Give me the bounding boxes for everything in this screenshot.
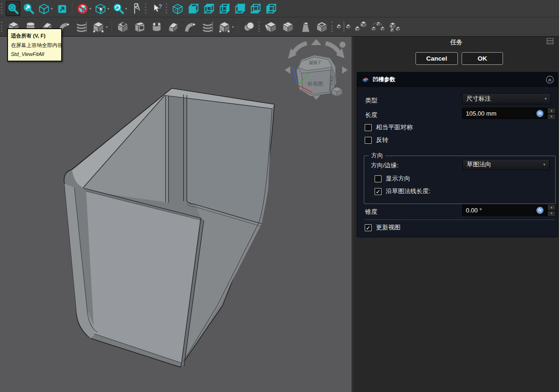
length-value: 105.00 mm bbox=[466, 110, 496, 117]
nav-arrow-up[interactable] bbox=[311, 39, 321, 45]
float-panel-button[interactable] bbox=[547, 38, 553, 44]
toolbar-grip[interactable] bbox=[258, 22, 261, 32]
toolbar-separator bbox=[72, 2, 72, 15]
standard-views-dropdown[interactable]: ▾ bbox=[37, 1, 54, 16]
subtractive-primitive-dropdown[interactable]: ▾ bbox=[216, 19, 235, 34]
update-view-checkbox-row[interactable]: ✓ 更新视图 bbox=[365, 223, 400, 232]
toolbar-grip[interactable] bbox=[1, 22, 3, 32]
type-combobox[interactable]: 尺寸标注 ▾ bbox=[462, 93, 551, 104]
nav-cube-top-label[interactable]: 上视图 bbox=[309, 60, 322, 65]
show-direction-checkbox-row[interactable]: 显示方向 bbox=[375, 174, 410, 183]
cube-cursor-icon bbox=[94, 2, 107, 15]
boolean-button[interactable] bbox=[241, 19, 257, 34]
pocket-parameters-header[interactable]: 凹槽参数 bbox=[357, 72, 558, 87]
fit-selection-button[interactable] bbox=[21, 1, 36, 16]
along-normal-checkbox-row[interactable]: ✓ 沿草图法线长度: bbox=[375, 187, 431, 196]
view-top-button[interactable] bbox=[201, 1, 216, 16]
draft-icon bbox=[298, 20, 312, 34]
fit-all-button[interactable] bbox=[6, 1, 20, 16]
nav-arrow-left[interactable] bbox=[285, 66, 290, 74]
cancel-button[interactable]: Cancel bbox=[415, 52, 458, 65]
mag-fit-icon bbox=[7, 2, 19, 15]
sphere-icon bbox=[242, 20, 256, 34]
chevron-down-icon[interactable]: ▾ bbox=[125, 7, 127, 11]
toolbar-grip[interactable] bbox=[331, 22, 334, 32]
linear-pattern-button[interactable] bbox=[353, 19, 369, 34]
collapse-section-button[interactable] bbox=[546, 76, 554, 84]
measure-tool-button[interactable] bbox=[129, 1, 144, 16]
direction-combobox[interactable]: 草图法向 ▾ bbox=[463, 159, 550, 170]
prim-icon bbox=[217, 20, 232, 34]
nav-rotate-cw-arrow[interactable] bbox=[326, 43, 340, 54]
draw-style-dropdown[interactable]: ▾ bbox=[75, 1, 92, 16]
additive-primitive-dropdown[interactable]: ▾ bbox=[90, 19, 109, 34]
groove-icon bbox=[150, 20, 164, 34]
toolbar-grip[interactable] bbox=[145, 3, 147, 14]
linear-icon bbox=[354, 20, 368, 34]
expression-icon[interactable]: fx bbox=[536, 207, 543, 214]
sync-view-button[interactable] bbox=[55, 1, 69, 16]
subtractive-helix-button[interactable] bbox=[200, 19, 216, 34]
subtractive-loft-button[interactable] bbox=[166, 19, 182, 34]
thickness-button[interactable] bbox=[314, 19, 330, 34]
multitransform-button[interactable] bbox=[387, 19, 403, 34]
spin-down-button[interactable]: ▼ bbox=[547, 114, 556, 120]
length-spinbox[interactable]: 105.00 mm fx ▲ ▼ bbox=[462, 108, 556, 119]
nav-rotate-ccw-arrow[interactable] bbox=[293, 43, 307, 54]
pocket-model[interactable] bbox=[64, 88, 274, 367]
hole-button[interactable] bbox=[132, 19, 148, 34]
tooltip-command: Std_ViewFitAll bbox=[11, 50, 58, 58]
update-view-checkbox[interactable]: ✓ bbox=[365, 224, 372, 231]
cube-right-icon bbox=[218, 2, 231, 15]
ok-button[interactable]: OK bbox=[462, 52, 503, 65]
view-front-button[interactable] bbox=[186, 1, 200, 16]
chamfer-button[interactable] bbox=[280, 19, 296, 34]
taper-spinbox[interactable]: 0.00 ° fx ▲ ▼ bbox=[462, 204, 556, 216]
subtractive-pipe-button[interactable] bbox=[183, 19, 199, 34]
nav-cube-front-label[interactable]: 前视图 bbox=[307, 81, 323, 86]
show-direction-checkbox[interactable] bbox=[375, 175, 382, 182]
mirrored-button[interactable] bbox=[336, 19, 352, 34]
reversed-checkbox[interactable] bbox=[365, 137, 372, 144]
mag-arrow-icon bbox=[22, 2, 35, 15]
cube-axo-icon bbox=[38, 2, 50, 15]
whats-this-button[interactable]: ? bbox=[150, 1, 164, 16]
chevron-down-icon[interactable]: ▾ bbox=[107, 7, 109, 11]
reversed-checkbox-row[interactable]: 反转 bbox=[365, 136, 388, 144]
multi-icon bbox=[388, 20, 402, 34]
cube-bottom-icon bbox=[249, 2, 262, 15]
chevron-down-icon[interactable]: ▾ bbox=[89, 7, 91, 11]
toolbar-grip[interactable] bbox=[1, 3, 3, 14]
additive-helix-button[interactable] bbox=[73, 19, 89, 34]
view-bottom-button[interactable] bbox=[248, 1, 263, 16]
view-left-button[interactable] bbox=[264, 1, 278, 16]
helix-icon bbox=[74, 20, 88, 34]
spin-up-button[interactable]: ▲ bbox=[547, 204, 556, 211]
fillet-button[interactable] bbox=[263, 19, 279, 34]
helix-icon bbox=[200, 20, 215, 34]
spin-up-button[interactable]: ▲ bbox=[547, 108, 556, 114]
selection-view-dropdown[interactable]: ▾ bbox=[93, 1, 110, 16]
view-right-button[interactable] bbox=[217, 1, 232, 16]
view-axonometric-button[interactable] bbox=[170, 1, 185, 16]
symmetric-checkbox-row[interactable]: 相当平面对称 bbox=[365, 123, 413, 132]
along-normal-checkbox[interactable]: ✓ bbox=[375, 188, 382, 195]
nav-arrow-right[interactable] bbox=[342, 66, 348, 74]
groove-button[interactable] bbox=[149, 19, 165, 34]
view-rear-button[interactable] bbox=[232, 1, 247, 16]
expression-icon[interactable]: fx bbox=[536, 110, 543, 117]
polar-pattern-button[interactable] bbox=[370, 19, 386, 34]
chevron-down-icon[interactable]: ▾ bbox=[106, 25, 108, 29]
3d-viewport[interactable]: 上视图 前视图 右视图 bbox=[0, 37, 351, 392]
spin-down-button[interactable]: ▼ bbox=[547, 211, 556, 217]
nav-dot-button[interactable] bbox=[340, 42, 346, 48]
chevron-down-icon[interactable]: ▾ bbox=[232, 25, 234, 29]
zoom-tools-dropdown[interactable]: ▾ bbox=[111, 1, 128, 16]
pocket-button[interactable] bbox=[115, 19, 131, 34]
symmetric-checkbox[interactable] bbox=[365, 124, 372, 131]
model-left-inner-face[interactable] bbox=[83, 95, 168, 203]
draft-button[interactable] bbox=[297, 19, 313, 34]
view-toolbar: ▾ ▾ ▾ ▾ ? bbox=[0, 0, 559, 17]
chevron-down-icon[interactable]: ▾ bbox=[51, 7, 53, 11]
toolbar-grip[interactable] bbox=[166, 3, 168, 14]
